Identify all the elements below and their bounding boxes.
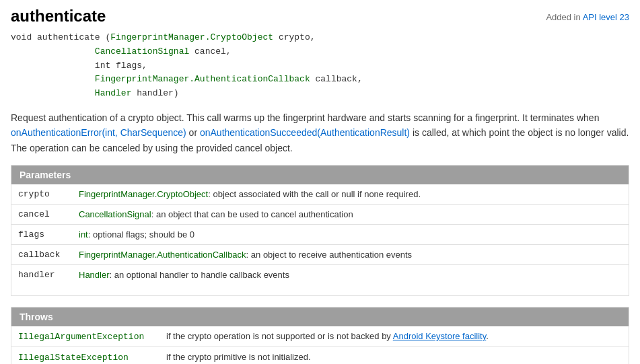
param-name-cell: flags [11,225,72,245]
param-desc-text: : object associated with the call or nul… [208,189,421,199]
param-desc-text: : an optional handler to handle callback… [110,270,289,280]
code-line1: void authenticate ( [11,32,110,42]
table-row: IllegalArgumentExceptionif the crypto op… [11,326,629,347]
throws-header: Throws [11,307,629,326]
param-name-cell: callback [11,245,72,265]
table-row: flagsint: optional flags; should be 0 [11,225,629,245]
code-param4-rest: callback, [310,74,363,84]
table-row: callbackFingerprintManager.Authenticatio… [11,245,629,265]
throws-table: IllegalArgumentExceptionif the crypto op… [11,326,629,364]
parameters-header: Parameters [11,166,629,184]
code-param1-type[interactable]: FingerprintManager.CryptoObject [110,32,273,42]
description-text: Request authentication of a crypto objec… [11,112,599,123]
code-param5-rest: handler) [131,88,178,98]
param-name-cell: crypto [11,184,72,205]
code-block: void authenticate (FingerprintManager.Cr… [11,31,629,101]
description-link1[interactable]: onAuthenticationError(int, CharSequence) [11,127,186,138]
param-name-cell: handler [11,265,72,285]
param-type-link[interactable]: CancellationSignal [79,209,151,219]
param-desc-text: : optional flags; should be 0 [88,229,194,240]
table-row: cryptoFingerprintManager.CryptoObject: o… [11,184,629,205]
parameters-table-wrapper: Parameters cryptoFingerprintManager.Cryp… [11,165,629,296]
code-param4-type[interactable]: FingerprintManager.AuthenticationCallbac… [95,74,310,84]
table-row: IllegalStateExceptionif the crypto primi… [11,347,629,364]
description: Request authentication of a crypto objec… [11,110,629,155]
param-type-link[interactable]: Handler [79,270,110,280]
throws-desc-link[interactable]: Android Keystore facility [393,331,487,341]
code-param2-type[interactable]: CancellationSignal [95,46,189,57]
description-link2[interactable]: onAuthenticationSucceeded(Authentication… [200,127,410,138]
param-type-link[interactable]: FingerprintManager.CryptoObject [79,189,208,199]
table-row: cancelCancellationSignal: an object that… [11,205,629,225]
param-desc-cell: CancellationSignal: an object that can b… [72,205,629,225]
param-name-cell: cancel [11,205,72,225]
exception-cell: IllegalArgumentException [11,326,159,347]
code-param3: int flags, [95,61,147,71]
param-desc-cell: FingerprintManager.CryptoObject: object … [72,184,629,205]
code-param2-rest: cancel, [189,46,231,57]
param-desc-cell: int: optional flags; should be 0 [72,225,629,245]
parameters-table: cryptoFingerprintManager.CryptoObject: o… [11,184,629,285]
description-middle: or [186,127,200,138]
page-title: authenticate [11,7,106,26]
exception-link[interactable]: IllegalStateException [18,353,129,363]
api-level: Added in API level 23 [546,12,629,22]
exception-link[interactable]: IllegalArgumentException [18,332,144,342]
title-row: Added in API level 23 authenticate [11,7,629,26]
api-level-link[interactable]: API level 23 [583,12,629,22]
code-param5-type[interactable]: Handler [95,88,132,98]
throws-table-wrapper: Throws IllegalArgumentExceptionif the cr… [11,307,629,364]
code-param1-rest: crypto, [273,32,315,42]
param-type-link[interactable]: FingerprintManager.AuthenticationCallbac… [79,250,246,260]
param-desc-cell: FingerprintManager.AuthenticationCallbac… [72,245,629,265]
param-type-link[interactable]: int [79,229,88,240]
param-desc-text: : an object that can be used to cancel a… [151,209,353,219]
table-row: handlerHandler: an optional handler to h… [11,265,629,285]
throws-desc-cell: if the crypto operation is not supported… [159,326,629,347]
exception-cell: IllegalStateException [11,347,159,364]
throws-desc-cell: if the crypto primitive is not initializ… [159,347,629,364]
param-desc-text: : an object to receive authentication ev… [246,250,412,260]
param-desc-cell: Handler: an optional handler to handle c… [72,265,629,285]
